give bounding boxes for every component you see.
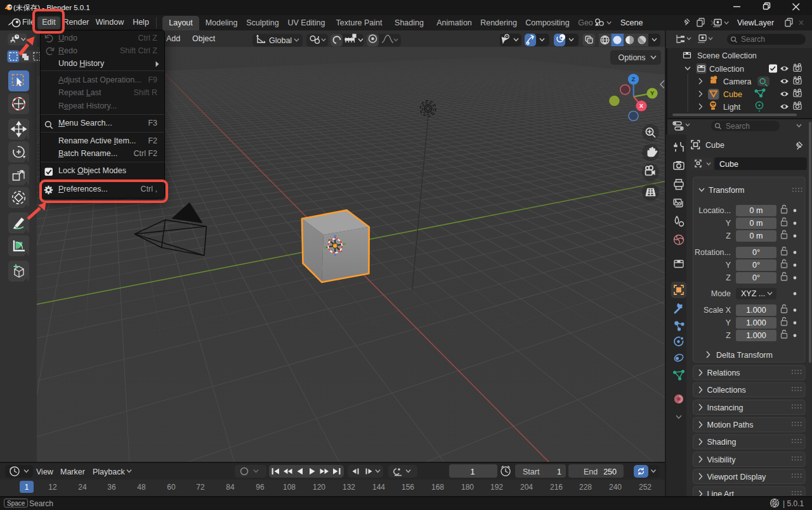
- svg-text:Relations: Relations: [707, 369, 740, 377]
- svg-text:Y: Y: [726, 219, 731, 228]
- svg-text:Cube: Cube: [723, 90, 742, 99]
- svg-text:Search: Search: [741, 35, 765, 44]
- svg-text:Y: Y: [726, 261, 731, 270]
- svg-text:180: 180: [461, 483, 474, 492]
- svg-text:Playback: Playback: [93, 468, 125, 476]
- svg-text:| 5.0.1: | 5.0.1: [783, 499, 804, 508]
- svg-text:1: 1: [25, 483, 29, 492]
- svg-text:Camera: Camera: [723, 77, 752, 86]
- svg-text:Scale X: Scale X: [704, 306, 731, 315]
- svg-text:0 m: 0 m: [750, 206, 763, 215]
- svg-text:48: 48: [137, 483, 146, 492]
- svg-text:Z: Z: [726, 273, 731, 282]
- svg-text:132: 132: [343, 483, 355, 492]
- svg-text:Light: Light: [723, 103, 741, 112]
- svg-text:Y: Y: [726, 318, 731, 327]
- svg-text:1.000: 1.000: [746, 306, 766, 315]
- svg-text:Marker: Marker: [60, 468, 85, 476]
- svg-text:0°: 0°: [752, 248, 760, 257]
- svg-text:Collection: Collection: [709, 65, 744, 74]
- svg-text:228: 228: [579, 483, 592, 492]
- svg-text:252: 252: [639, 483, 652, 492]
- svg-text:1.000: 1.000: [746, 331, 766, 340]
- svg-text:Shading: Shading: [707, 438, 737, 447]
- svg-text:60: 60: [167, 483, 176, 492]
- svg-text:204: 204: [520, 483, 533, 492]
- svg-text:216: 216: [550, 483, 563, 492]
- svg-text:Transform: Transform: [709, 186, 745, 195]
- svg-text:Start: Start: [523, 468, 540, 476]
- svg-text:XYZ ...: XYZ ...: [741, 289, 765, 298]
- svg-text:24: 24: [78, 483, 87, 492]
- svg-text:Motion Paths: Motion Paths: [707, 421, 754, 429]
- svg-text:0°: 0°: [752, 273, 760, 282]
- svg-text:Delta Transform: Delta Transform: [716, 351, 773, 360]
- svg-text:Cube: Cube: [705, 141, 724, 150]
- svg-text:156: 156: [402, 483, 414, 492]
- svg-text:192: 192: [490, 483, 503, 492]
- svg-text:View: View: [36, 468, 54, 476]
- svg-text:1: 1: [471, 468, 475, 476]
- svg-text:ViewLayer: ViewLayer: [737, 18, 774, 27]
- svg-text:Options: Options: [618, 53, 645, 62]
- svg-text:1.000: 1.000: [746, 318, 766, 327]
- svg-text:Z: Z: [726, 232, 731, 240]
- svg-text:84: 84: [226, 483, 235, 492]
- svg-text:Collections: Collections: [707, 386, 746, 395]
- svg-text:144: 144: [372, 483, 385, 492]
- svg-text:120: 120: [313, 483, 325, 492]
- svg-text:Instancing: Instancing: [707, 403, 743, 412]
- svg-text:Y: Y: [650, 89, 655, 96]
- svg-text:0 m: 0 m: [750, 232, 763, 240]
- svg-text:96: 96: [256, 483, 265, 492]
- svg-text:Z: Z: [632, 75, 636, 82]
- svg-text:X: X: [639, 102, 644, 109]
- svg-text:Scene: Scene: [620, 18, 643, 27]
- svg-text:Viewport Display: Viewport Display: [707, 473, 767, 481]
- svg-text:Rotation...: Rotation...: [695, 248, 731, 257]
- svg-text:0°: 0°: [752, 261, 760, 270]
- svg-text:Visibility: Visibility: [707, 455, 737, 464]
- svg-text:Global: Global: [269, 36, 292, 45]
- svg-text:36: 36: [107, 483, 116, 492]
- svg-text:0 m: 0 m: [750, 219, 763, 228]
- svg-text:250: 250: [603, 468, 617, 476]
- svg-text:72: 72: [196, 483, 205, 492]
- svg-text:Mode: Mode: [711, 289, 731, 298]
- svg-text:Scene Collection: Scene Collection: [697, 51, 757, 60]
- svg-text:1: 1: [557, 468, 561, 476]
- svg-text:End: End: [584, 468, 598, 476]
- svg-text:Locatio...: Locatio...: [698, 206, 731, 215]
- svg-text:Cube: Cube: [719, 160, 738, 169]
- svg-text:Z: Z: [726, 331, 731, 340]
- svg-text:108: 108: [283, 483, 296, 492]
- svg-text:12: 12: [48, 483, 57, 492]
- svg-text:168: 168: [431, 483, 444, 492]
- svg-text:240: 240: [609, 483, 622, 492]
